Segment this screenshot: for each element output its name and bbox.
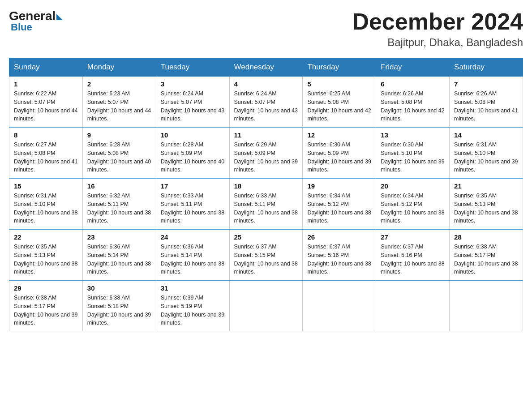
calendar-week-row: 22 Sunrise: 6:35 AMSunset: 5:13 PMDaylig… — [9, 229, 523, 280]
day-info: Sunrise: 6:25 AMSunset: 5:08 PMDaylight:… — [307, 90, 371, 122]
calendar-day-cell: 23 Sunrise: 6:36 AMSunset: 5:14 PMDaylig… — [82, 229, 156, 280]
day-number: 30 — [87, 284, 151, 292]
day-info: Sunrise: 6:36 AMSunset: 5:14 PMDaylight:… — [161, 244, 224, 275]
column-header-monday: Monday — [82, 58, 156, 77]
calendar-week-row: 1 Sunrise: 6:22 AMSunset: 5:07 PMDayligh… — [9, 77, 523, 128]
day-number: 3 — [161, 80, 225, 88]
day-number: 23 — [87, 233, 151, 241]
calendar-day-cell: 8 Sunrise: 6:27 AMSunset: 5:08 PMDayligh… — [9, 127, 83, 178]
calendar-table: SundayMondayTuesdayWednesdayThursdayFrid… — [9, 58, 523, 331]
day-info: Sunrise: 6:30 AMSunset: 5:09 PMDaylight:… — [307, 141, 371, 173]
day-info: Sunrise: 6:26 AMSunset: 5:08 PMDaylight:… — [454, 90, 518, 122]
column-header-wednesday: Wednesday — [229, 58, 303, 77]
day-info: Sunrise: 6:31 AMSunset: 5:10 PMDaylight:… — [454, 141, 518, 173]
calendar-day-cell: 1 Sunrise: 6:22 AMSunset: 5:07 PMDayligh… — [9, 77, 83, 128]
page-header: General Blue December 2024 Bajitpur, Dha… — [9, 9, 523, 49]
day-info: Sunrise: 6:37 AMSunset: 5:16 PMDaylight:… — [381, 244, 444, 275]
calendar-day-cell: 19 Sunrise: 6:34 AMSunset: 5:12 PMDaylig… — [303, 178, 376, 229]
day-info: Sunrise: 6:24 AMSunset: 5:07 PMDaylight:… — [234, 90, 298, 122]
logo: General Blue — [9, 9, 63, 33]
day-number: 15 — [14, 182, 78, 190]
calendar-day-cell — [229, 280, 303, 331]
day-info: Sunrise: 6:28 AMSunset: 5:08 PMDaylight:… — [87, 141, 151, 173]
day-number: 20 — [381, 182, 445, 190]
column-header-sunday: Sunday — [9, 58, 83, 77]
day-number: 17 — [161, 182, 225, 190]
logo-blue: Blue — [11, 21, 32, 33]
day-number: 6 — [381, 80, 445, 88]
logo-triangle — [56, 14, 63, 20]
day-number: 2 — [87, 80, 151, 88]
day-number: 22 — [14, 233, 78, 241]
day-number: 26 — [307, 233, 371, 241]
day-number: 31 — [161, 284, 225, 292]
calendar-day-cell: 28 Sunrise: 6:38 AMSunset: 5:17 PMDaylig… — [450, 229, 523, 280]
day-info: Sunrise: 6:31 AMSunset: 5:10 PMDaylight:… — [14, 193, 77, 224]
calendar-day-cell: 2 Sunrise: 6:23 AMSunset: 5:07 PMDayligh… — [82, 77, 156, 128]
day-info: Sunrise: 6:38 AMSunset: 5:17 PMDaylight:… — [14, 295, 77, 326]
calendar-title: December 2024 — [352, 9, 523, 34]
calendar-day-cell: 14 Sunrise: 6:31 AMSunset: 5:10 PMDaylig… — [450, 127, 523, 178]
day-number: 12 — [307, 131, 371, 139]
calendar-week-row: 15 Sunrise: 6:31 AMSunset: 5:10 PMDaylig… — [9, 178, 523, 229]
day-info: Sunrise: 6:34 AMSunset: 5:12 PMDaylight:… — [381, 193, 444, 224]
day-info: Sunrise: 6:24 AMSunset: 5:07 PMDaylight:… — [161, 90, 224, 122]
day-number: 8 — [14, 131, 78, 139]
day-number: 9 — [87, 131, 151, 139]
calendar-day-cell: 25 Sunrise: 6:37 AMSunset: 5:15 PMDaylig… — [229, 229, 303, 280]
day-info: Sunrise: 6:29 AMSunset: 5:09 PMDaylight:… — [234, 141, 298, 173]
day-info: Sunrise: 6:30 AMSunset: 5:10 PMDaylight:… — [381, 141, 444, 173]
day-info: Sunrise: 6:33 AMSunset: 5:11 PMDaylight:… — [234, 193, 298, 224]
calendar-day-cell: 27 Sunrise: 6:37 AMSunset: 5:16 PMDaylig… — [376, 229, 450, 280]
calendar-day-cell: 26 Sunrise: 6:37 AMSunset: 5:16 PMDaylig… — [303, 229, 376, 280]
calendar-day-cell: 29 Sunrise: 6:38 AMSunset: 5:17 PMDaylig… — [9, 280, 83, 331]
day-number: 10 — [161, 131, 225, 139]
day-info: Sunrise: 6:27 AMSunset: 5:08 PMDaylight:… — [14, 141, 77, 173]
day-info: Sunrise: 6:35 AMSunset: 5:13 PMDaylight:… — [14, 244, 77, 275]
day-number: 4 — [234, 80, 298, 88]
day-number: 28 — [454, 233, 518, 241]
calendar-day-cell: 11 Sunrise: 6:29 AMSunset: 5:09 PMDaylig… — [229, 127, 303, 178]
calendar-day-cell: 24 Sunrise: 6:36 AMSunset: 5:14 PMDaylig… — [156, 229, 229, 280]
calendar-day-cell: 15 Sunrise: 6:31 AMSunset: 5:10 PMDaylig… — [9, 178, 83, 229]
calendar-day-cell: 6 Sunrise: 6:26 AMSunset: 5:08 PMDayligh… — [376, 77, 450, 128]
day-number: 16 — [87, 182, 151, 190]
day-number: 11 — [234, 131, 298, 139]
day-info: Sunrise: 6:39 AMSunset: 5:19 PMDaylight:… — [161, 295, 224, 326]
day-info: Sunrise: 6:28 AMSunset: 5:09 PMDaylight:… — [161, 141, 224, 173]
day-info: Sunrise: 6:32 AMSunset: 5:11 PMDaylight:… — [87, 193, 151, 224]
calendar-day-cell: 13 Sunrise: 6:30 AMSunset: 5:10 PMDaylig… — [376, 127, 450, 178]
day-number: 18 — [234, 182, 298, 190]
calendar-day-cell: 9 Sunrise: 6:28 AMSunset: 5:08 PMDayligh… — [82, 127, 156, 178]
calendar-day-cell: 3 Sunrise: 6:24 AMSunset: 5:07 PMDayligh… — [156, 77, 229, 128]
calendar-week-row: 29 Sunrise: 6:38 AMSunset: 5:17 PMDaylig… — [9, 280, 523, 331]
column-header-tuesday: Tuesday — [156, 58, 229, 77]
day-info: Sunrise: 6:37 AMSunset: 5:16 PMDaylight:… — [307, 244, 371, 275]
calendar-day-cell: 5 Sunrise: 6:25 AMSunset: 5:08 PMDayligh… — [303, 77, 376, 128]
calendar-day-cell: 30 Sunrise: 6:38 AMSunset: 5:18 PMDaylig… — [82, 280, 156, 331]
day-number: 29 — [14, 284, 78, 292]
day-info: Sunrise: 6:33 AMSunset: 5:11 PMDaylight:… — [161, 193, 224, 224]
calendar-day-cell: 21 Sunrise: 6:35 AMSunset: 5:13 PMDaylig… — [450, 178, 523, 229]
calendar-day-cell: 20 Sunrise: 6:34 AMSunset: 5:12 PMDaylig… — [376, 178, 450, 229]
day-number: 25 — [234, 233, 298, 241]
calendar-day-cell — [303, 280, 376, 331]
calendar-header-row: SundayMondayTuesdayWednesdayThursdayFrid… — [9, 58, 523, 77]
calendar-day-cell — [376, 280, 450, 331]
day-number: 27 — [381, 233, 445, 241]
calendar-day-cell: 4 Sunrise: 6:24 AMSunset: 5:07 PMDayligh… — [229, 77, 303, 128]
column-header-saturday: Saturday — [450, 58, 523, 77]
calendar-day-cell: 12 Sunrise: 6:30 AMSunset: 5:09 PMDaylig… — [303, 127, 376, 178]
day-number: 14 — [454, 131, 518, 139]
day-number: 21 — [454, 182, 518, 190]
day-info: Sunrise: 6:34 AMSunset: 5:12 PMDaylight:… — [307, 193, 371, 224]
calendar-day-cell: 17 Sunrise: 6:33 AMSunset: 5:11 PMDaylig… — [156, 178, 229, 229]
day-number: 1 — [14, 80, 78, 88]
title-block: December 2024 Bajitpur, Dhaka, Banglades… — [352, 9, 523, 49]
calendar-day-cell: 7 Sunrise: 6:26 AMSunset: 5:08 PMDayligh… — [450, 77, 523, 128]
calendar-day-cell: 31 Sunrise: 6:39 AMSunset: 5:19 PMDaylig… — [156, 280, 229, 331]
day-info: Sunrise: 6:22 AMSunset: 5:07 PMDaylight:… — [14, 90, 77, 122]
day-number: 19 — [307, 182, 371, 190]
day-info: Sunrise: 6:37 AMSunset: 5:15 PMDaylight:… — [234, 244, 298, 275]
calendar-day-cell: 22 Sunrise: 6:35 AMSunset: 5:13 PMDaylig… — [9, 229, 83, 280]
